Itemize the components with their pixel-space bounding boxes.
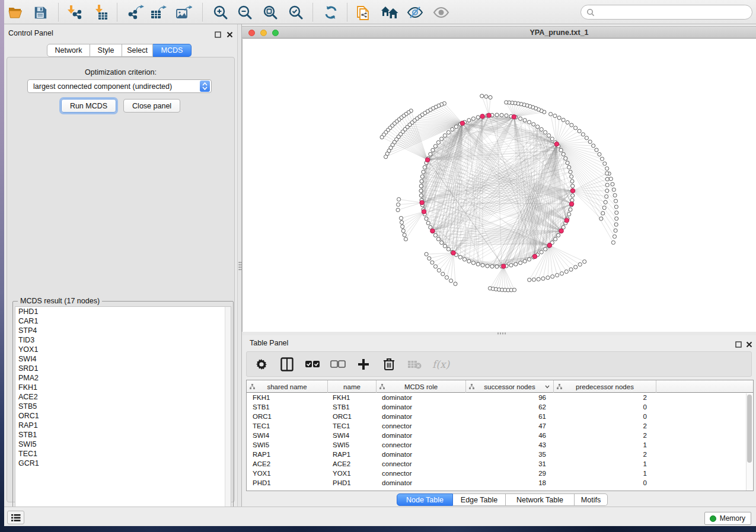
mcds-result-item[interactable]: SWI4 [15,354,231,364]
share-document-icon[interactable] [353,4,373,21]
column-header-MCDS-role[interactable]: MCDS role [377,380,466,393]
node-table-header: shared namenameMCDS rolesuccessor nodesp… [247,380,753,393]
optimization-criterion-value: largest connected component (undirected) [33,82,172,91]
refresh-icon[interactable] [321,4,341,21]
memory-status-icon [710,515,716,522]
table-row[interactable]: PHD1PHD1dominator180 [247,478,753,488]
mcds-result-item[interactable]: ORC1 [15,411,231,421]
table-scrollbar-thumb[interactable] [747,395,752,463]
mcds-result-item[interactable]: STP4 [15,326,231,335]
search-box[interactable] [580,5,752,20]
table-row[interactable]: FKH1FKH1dominator962 [247,393,753,402]
close-table-panel-icon[interactable] [746,339,754,347]
node-table-body[interactable]: FKH1FKH1dominator962STB1STB1dominator620… [247,393,753,488]
add-column-icon[interactable] [356,357,371,372]
mcds-result-item[interactable]: TID3 [15,335,231,345]
function-builder-icon: f(x) [432,358,449,370]
splitter-handle[interactable] [497,332,506,335]
network-title: YPA_prune.txt_1 [479,28,639,37]
table-cell: ORC1 [328,412,377,421]
hide-panel-eye-icon[interactable] [405,4,425,21]
search-input[interactable] [595,8,752,17]
column-header-name[interactable]: name [328,380,377,393]
select-stepper-icon [200,81,210,92]
column-header-successor-nodes[interactable]: successor nodes [466,380,554,393]
close-window-icon[interactable] [248,30,255,36]
zoom-fit-icon[interactable] [260,4,280,21]
table-row[interactable]: SWI5SWI5connector431 [247,440,753,450]
vertical-splitter[interactable] [237,24,242,507]
table-cell: 18 [466,478,554,488]
table-row[interactable]: ORC1ORC1dominator610 [247,412,753,421]
network-titlebar[interactable]: YPA_prune.txt_1 [242,26,756,39]
table-row[interactable]: STB1STB1dominator620 [247,402,753,412]
mcds-result-item[interactable]: PHD1 [15,307,231,316]
mcds-result-item[interactable]: ACE2 [15,392,231,402]
search-icon [586,8,595,17]
tab-node-table[interactable]: Node Table [397,493,453,506]
save-session-icon[interactable] [30,4,50,21]
tab-select[interactable]: Select [122,44,153,57]
export-network-icon[interactable] [126,4,146,21]
tab-network-table[interactable]: Network Table [506,493,575,506]
deselect-all-checkboxes-icon[interactable] [330,357,346,372]
table-cell: 2 [554,450,656,459]
delete-column-icon[interactable] [381,357,397,372]
table-row[interactable]: ACE2ACE2connector311 [247,459,753,469]
show-panel-eye-icon[interactable] [431,4,451,21]
run-mcds-button[interactable]: Run MCDS [61,99,116,113]
zoom-out-icon[interactable] [235,4,255,21]
tab-edge-table[interactable]: Edge Table [453,493,506,506]
mcds-result-item[interactable]: SRD1 [15,364,231,373]
home-pages-icon[interactable] [379,4,400,21]
control-panel-title: Control Panel [8,29,53,37]
mcds-result-list[interactable]: PHD1CAR1STP4TID3YOX1SWI4SRD1PMA2FKH1ACE2… [15,306,231,521]
status-bar: Memory [4,507,756,526]
tab-style[interactable]: Style [90,44,122,57]
column-header-predecessor-nodes[interactable]: predecessor nodes [554,380,656,393]
tab-mcds[interactable]: MCDS [153,44,192,57]
network-view[interactable] [242,39,756,332]
import-network-icon[interactable] [64,4,84,21]
mcds-result-item[interactable]: SWI5 [15,440,231,449]
close-panel-icon[interactable] [227,30,234,37]
memory-button[interactable]: Memory [704,512,751,525]
export-table-icon[interactable] [148,4,168,21]
mcds-result-item[interactable]: GCR1 [15,459,231,468]
table-scrollbar[interactable] [746,393,752,491]
mcds-tab-content: Optimization criterion: largest connecte… [7,57,235,502]
split-view-icon[interactable] [279,357,295,372]
mcds-list-scrollbar[interactable] [225,307,231,520]
mcds-result-item[interactable]: TEC1 [15,449,231,459]
tab-motifs[interactable]: Motifs [575,493,608,506]
column-header-shared-name[interactable]: shared name [247,380,328,393]
maximize-window-icon[interactable] [272,30,279,36]
float-table-panel-icon[interactable] [735,339,743,347]
float-panel-icon[interactable] [215,30,222,37]
table-row[interactable]: RAP1RAP1dominator352 [247,450,753,459]
mcds-result-item[interactable]: PMA2 [15,373,231,383]
open-session-icon[interactable] [6,4,26,21]
import-table-icon[interactable] [91,4,111,21]
minimize-window-icon[interactable] [260,30,267,36]
mcds-result-item[interactable]: YOX1 [15,345,231,354]
mcds-result-item[interactable]: FKH1 [15,383,231,392]
close-panel-button[interactable]: Close panel [123,99,180,113]
zoom-selected-icon[interactable] [286,4,306,21]
mcds-result-item[interactable]: STB5 [15,402,231,411]
splitter-handle[interactable] [238,261,241,271]
table-row[interactable]: SWI4SWI4dominator462 [247,431,753,440]
zoom-in-icon[interactable] [210,4,231,21]
tab-network[interactable]: Network [47,44,90,57]
optimization-criterion-select[interactable]: largest connected component (undirected) [27,79,212,93]
mcds-result-item[interactable]: RAP1 [15,421,231,430]
mcds-result-item[interactable]: STB1 [15,430,231,440]
table-row[interactable]: TEC1TEC1connector472 [247,421,753,431]
network-graph[interactable] [243,39,755,332]
task-history-button[interactable] [7,511,24,524]
export-image-icon[interactable] [174,4,194,21]
select-all-checkboxes-icon[interactable] [305,357,320,372]
table-row[interactable]: YOX1YOX1connector291 [247,469,753,478]
mcds-result-item[interactable]: CAR1 [15,316,231,326]
settings-gear-icon[interactable] [254,357,269,372]
